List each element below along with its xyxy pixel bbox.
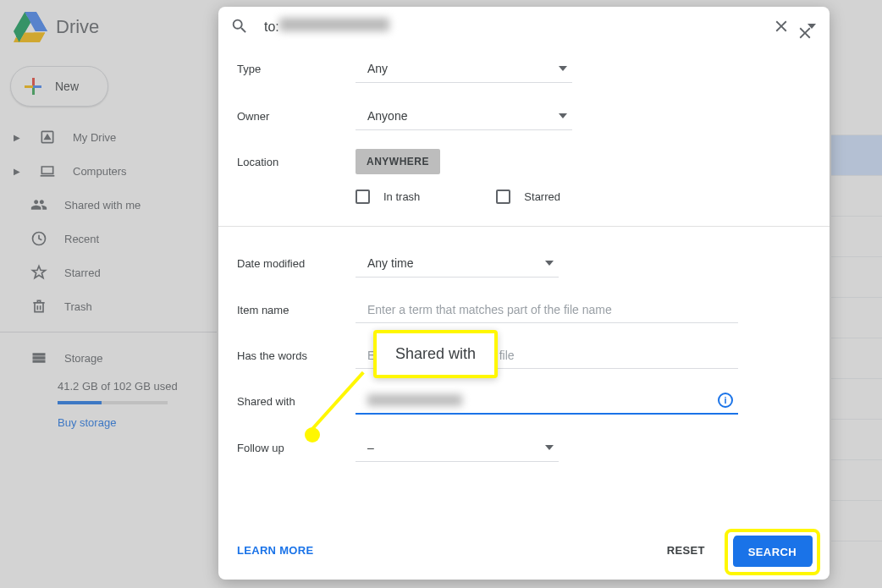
type-select[interactable]: Any (356, 54, 572, 83)
follow-up-select[interactable]: – (356, 433, 559, 462)
date-modified-label: Date modified (237, 257, 356, 270)
chevron-down-icon (545, 445, 554, 450)
starred-checkbox[interactable]: Starred (496, 190, 560, 204)
has-the-words-label: Has the words (237, 349, 356, 362)
search-button[interactable]: SEARCH (734, 536, 813, 565)
owner-value: Anyone (367, 109, 407, 123)
follow-up-value: – (367, 441, 374, 454)
chevron-down-icon (559, 66, 567, 71)
info-badge-icon[interactable]: i (718, 393, 733, 408)
redacted-shared-value (367, 394, 462, 406)
in-trash-label: In trash (383, 190, 420, 203)
starred-label: Starred (524, 190, 560, 203)
type-value: Any (367, 62, 388, 75)
item-name-label: Item name (237, 304, 356, 316)
close-modal-icon[interactable] (796, 24, 814, 42)
reset-button[interactable]: RESET (655, 537, 717, 563)
checkbox-icon (496, 190, 510, 204)
has-the-words-input[interactable] (356, 342, 738, 369)
checkbox-icon (356, 190, 370, 204)
learn-more-link[interactable]: LEARN MORE (237, 544, 313, 557)
location-label: Location (237, 156, 356, 168)
chevron-down-icon (545, 261, 554, 266)
shared-with-label: Shared with (237, 395, 356, 408)
owner-label: Owner (237, 110, 356, 123)
chevron-down-icon (559, 113, 567, 118)
date-modified-select[interactable]: Any time (356, 249, 559, 278)
owner-select[interactable]: Anyone (356, 102, 572, 130)
in-trash-checkbox[interactable]: In trash (356, 190, 420, 204)
advanced-search-modal: to: Type Any Owner Anyone Location ANY (218, 7, 830, 580)
divider (218, 226, 830, 227)
item-name-input[interactable] (356, 296, 738, 323)
date-modified-value: Any time (367, 256, 413, 270)
location-chip[interactable]: ANYWHERE (356, 149, 440, 174)
type-label: Type (237, 63, 356, 75)
follow-up-label: Follow up (237, 442, 356, 454)
shared-with-input[interactable] (356, 387, 738, 415)
